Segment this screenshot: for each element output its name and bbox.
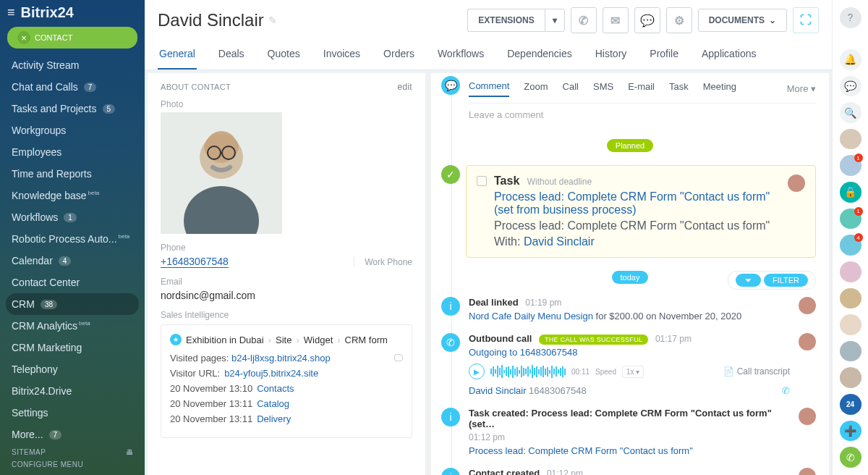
timeline-tab-meeting[interactable]: Meeting	[703, 81, 736, 96]
phone-type: Work Phone	[354, 257, 412, 267]
task-check-icon: ✓	[441, 165, 460, 184]
filter-button[interactable]: ⏷FILTER	[728, 271, 816, 290]
documents-button[interactable]: DOCUMENTS ⌄	[698, 9, 787, 32]
b24-icon[interactable]: 24	[840, 394, 861, 415]
sidebar-item-workflows[interactable]: Workflows1	[0, 206, 145, 228]
sitemap-link[interactable]: SITEMAP	[12, 448, 46, 456]
tab-workflows[interactable]: Workflows	[436, 41, 485, 70]
task-created-link[interactable]: Process lead: Complete CRM Form "Contact…	[469, 445, 693, 456]
sidebar-item-calendar[interactable]: Calendar4	[0, 250, 145, 272]
tab-deals[interactable]: Deals	[217, 41, 246, 70]
rail-avatar-3[interactable]: 1	[840, 209, 861, 230]
tab-orders[interactable]: Orders	[382, 41, 416, 70]
deal-avatar[interactable]	[799, 297, 816, 314]
extensions-button[interactable]: EXTENSIONS	[467, 9, 544, 32]
sidebar-item-crm-marketing[interactable]: CRM Marketing	[0, 337, 145, 358]
extensions-dropdown[interactable]: ▾	[545, 9, 565, 32]
rail-search-icon[interactable]: 🔍	[840, 102, 861, 123]
contact-created-title: Contact created	[469, 468, 540, 475]
speed-button[interactable]: 1x ▾	[622, 366, 644, 378]
tab-quotes[interactable]: Quotes	[266, 41, 302, 70]
edit-title-icon[interactable]: ✎	[268, 14, 277, 26]
close-icon[interactable]: ×	[17, 31, 30, 44]
timeline-tab-sms[interactable]: SMS	[593, 81, 613, 96]
contact-created-avatar[interactable]	[799, 468, 816, 475]
task-checkbox[interactable]	[477, 176, 487, 186]
tab-invoices[interactable]: Invoices	[322, 41, 362, 70]
rail-avatar-4[interactable]: 4	[840, 235, 861, 256]
sidebar-item-bitrix24-drive[interactable]: Bitrix24.Drive	[0, 380, 145, 402]
gear-icon-button[interactable]: ⚙	[666, 7, 692, 33]
planned-task-card[interactable]: Task Without deadline Process lead: Comp…	[466, 165, 816, 258]
timeline-more[interactable]: More ▾	[787, 83, 816, 94]
sidebar-item-crm-analytics[interactable]: CRM Analyticsbeta	[0, 315, 145, 337]
timeline-tab-task[interactable]: Task	[669, 81, 689, 96]
sidebar-item-crm[interactable]: CRM38	[6, 293, 139, 315]
timeline-tab-zoom[interactable]: Zoom	[524, 81, 548, 96]
hamburger-icon[interactable]: ≡	[7, 5, 15, 20]
task-with-link[interactable]: David Sinclair	[524, 235, 595, 248]
sidebar-item-knowledge-base[interactable]: Knowledge basebeta	[0, 185, 145, 206]
sidebar-item-settings[interactable]: Settings	[0, 402, 145, 424]
timeline-tab-comment[interactable]: Comment	[469, 80, 509, 97]
task-title: Task	[494, 175, 519, 187]
sidebar-item-activity-stream[interactable]: Activity Stream	[0, 54, 145, 76]
phone-icon[interactable]: ✆	[782, 385, 790, 396]
chat-icon-button[interactable]: 💬	[634, 7, 660, 33]
monitor-icon[interactable]: 🖵	[393, 353, 403, 363]
timeline-tab-e-mail[interactable]: E-mail	[628, 81, 655, 96]
rail-add-icon[interactable]: ➕	[840, 421, 861, 442]
task-created-avatar[interactable]	[799, 408, 816, 425]
mail-icon-button[interactable]: ✉	[603, 7, 629, 33]
visitor-url-link[interactable]: b24-yfouj5.bitrix24.site	[224, 368, 318, 379]
rail-avatar-6[interactable]	[840, 288, 861, 309]
sidebar-item-workgroups[interactable]: Workgroups	[0, 119, 145, 141]
expand-icon-button[interactable]: ⛶	[793, 7, 819, 33]
tab-history[interactable]: History	[594, 41, 629, 70]
rail-avatar-5[interactable]	[840, 261, 861, 282]
rail-avatar-1[interactable]	[840, 129, 861, 150]
lock-icon[interactable]: 🔒	[840, 182, 861, 203]
tab-general[interactable]: General	[158, 41, 197, 70]
notifications-icon[interactable]: 🔔	[840, 49, 861, 70]
sidebar-item-chat-and-calls[interactable]: Chat and Calls7	[0, 76, 145, 98]
tab-dependencies[interactable]: Dependencies	[506, 41, 574, 70]
sidebar-item-contact-center[interactable]: Contact Center	[0, 272, 145, 293]
audio-waveform[interactable]	[490, 364, 566, 379]
sidebar-item-more-[interactable]: More...7	[0, 424, 145, 442]
print-icon[interactable]: 🖶	[126, 448, 134, 456]
call-icon-button[interactable]: ✆	[571, 7, 597, 33]
configure-menu-link[interactable]: CONFIGURE MENU	[12, 461, 83, 468]
help-icon[interactable]: ?	[840, 7, 861, 28]
rail-avatar-7[interactable]	[840, 314, 861, 335]
tab-profile[interactable]: Profile	[648, 41, 680, 70]
deal-link[interactable]: Nord Cafe Daily Menu Design	[469, 311, 593, 321]
visited-pages-link[interactable]: b24-lj8xsg.bitrix24.shop	[231, 353, 331, 363]
sidebar-item-telephony[interactable]: Telephony	[0, 358, 145, 380]
task-link[interactable]: Process lead: Complete CRM Form "Contact…	[494, 190, 770, 216]
rail-call-icon[interactable]: ✆	[840, 447, 861, 468]
sidebar-item-robotic-process-auto-[interactable]: Robotic Process Auto...beta	[0, 228, 145, 250]
contact-photo[interactable]	[161, 112, 282, 234]
rail-avatar-9[interactable]	[840, 367, 861, 388]
comment-input[interactable]: Leave a comment	[469, 104, 816, 126]
sidebar-item-time-and-reports[interactable]: Time and Reports	[0, 163, 145, 185]
outcall-person[interactable]: David Sinclair	[469, 385, 526, 396]
outcall-avatar[interactable]	[799, 333, 816, 350]
timeline-tab-call[interactable]: Call	[563, 81, 579, 96]
sidebar-item-tasks-and-projects[interactable]: Tasks and Projects5	[0, 98, 145, 119]
tab-applications[interactable]: Applications	[700, 41, 758, 70]
phone-value[interactable]: +16483067548	[161, 256, 229, 268]
sales-intel-box: ★Exhibition in Dubai›Site›Widget›CRM for…	[161, 324, 412, 438]
about-edit-link[interactable]: edit	[397, 82, 412, 92]
rail-avatar-2[interactable]: 1	[840, 155, 861, 176]
call-transcript-link[interactable]: 📄Call transcript	[723, 366, 790, 377]
task-avatar[interactable]	[788, 175, 805, 192]
rail-avatar-8[interactable]	[840, 341, 861, 362]
play-button[interactable]: ▶	[469, 363, 485, 379]
contact-pill[interactable]: × CONTACT	[7, 27, 137, 49]
outcall-sub[interactable]: Outgoing to 16483067548	[469, 347, 577, 358]
rail-chat-icon[interactable]: 💬	[840, 76, 861, 97]
sidebar-item-employees[interactable]: Employees	[0, 141, 145, 163]
brand-logo[interactable]: Bitrix24	[21, 4, 74, 21]
